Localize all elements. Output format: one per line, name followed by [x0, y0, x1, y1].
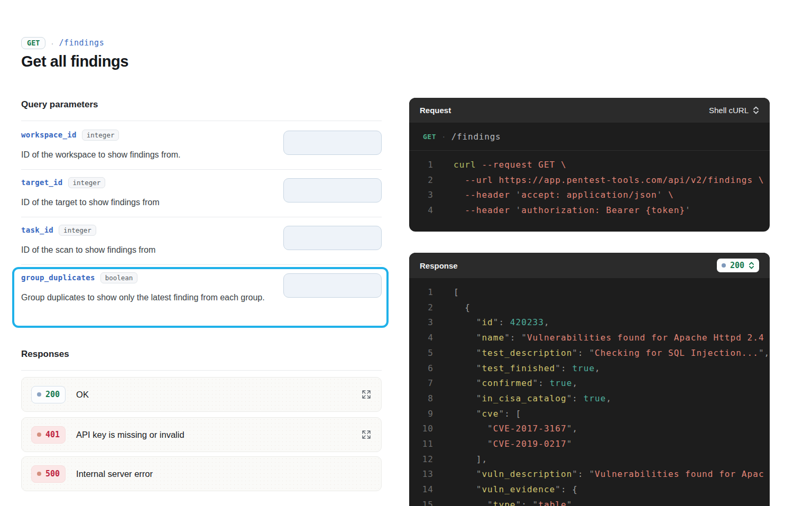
status-badge-500: 500	[31, 465, 66, 483]
response-label: OK	[76, 390, 89, 400]
response-panel-title: Response	[420, 261, 458, 270]
request-path: /findings	[451, 132, 501, 142]
param-type-badge: integer	[68, 177, 106, 188]
status-badge-200: 200	[31, 386, 66, 403]
param-type-badge: integer	[59, 225, 96, 236]
divider	[21, 121, 382, 121]
expand-icon[interactable]	[361, 429, 372, 440]
request-endpoint-row: GET · /findings	[409, 123, 770, 151]
status-dot-icon	[37, 472, 41, 476]
endpoint-separator: ·	[51, 39, 53, 48]
status-badge-401: 401	[31, 426, 66, 444]
response-card-500[interactable]: 500 Internal server error	[21, 456, 382, 491]
endpoint-header: GET · /findings	[21, 37, 104, 49]
chevron-up-down-icon	[749, 262, 754, 269]
param-row-task-id: task_id integer ID of the scan to show f…	[21, 225, 382, 264]
param-description: ID of the target to show findings from	[21, 195, 281, 210]
target-id-input[interactable]	[283, 178, 382, 203]
workspace-id-input[interactable]	[283, 131, 382, 155]
status-code: 200	[45, 390, 60, 399]
endpoint-docs-column: GET · /findings Get all findings Query p…	[21, 0, 382, 506]
response-card-200[interactable]: 200 OK	[21, 377, 382, 412]
http-method-badge: GET	[21, 37, 45, 49]
request-panel-header: Request Shell cURL	[409, 98, 770, 123]
response-panel-header: Response 200	[409, 253, 770, 278]
request-panel: Request Shell cURL GET · /findings 1curl…	[409, 98, 770, 232]
param-type-badge: integer	[82, 130, 119, 141]
status-dot-icon	[37, 392, 41, 397]
request-method: GET	[423, 133, 436, 141]
status-dot-icon	[722, 263, 726, 268]
param-description: Group duplicates to show only the latest…	[21, 290, 281, 306]
response-code-block[interactable]: 1[2 {3 "id": 420233,4 "name": "Vulnerabi…	[409, 278, 770, 506]
task-id-input[interactable]	[283, 226, 382, 250]
request-separator: ·	[442, 132, 445, 141]
param-name-group-duplicates: group_duplicates	[21, 273, 95, 282]
request-code-block[interactable]: 1curl --request GET \2 --url https://app…	[409, 151, 770, 218]
divider	[21, 370, 382, 371]
param-row-group-duplicates: group_duplicates boolean Group duplicate…	[21, 272, 382, 325]
endpoint-path: /findings	[59, 38, 104, 48]
status-code: 500	[45, 469, 60, 479]
page-title: Get all findings	[21, 53, 128, 70]
status-code: 401	[45, 430, 60, 439]
divider	[21, 217, 382, 217]
divider	[21, 264, 382, 265]
language-selector[interactable]: Shell cURL	[709, 106, 759, 115]
query-parameters-heading: Query parameters	[21, 99, 98, 110]
status-dot-icon	[37, 433, 41, 437]
expand-icon[interactable]	[361, 389, 372, 400]
response-label: Internal server error	[76, 469, 153, 479]
response-label: API key is missing or invalid	[76, 430, 184, 440]
language-selector-value: Shell cURL	[709, 106, 749, 115]
chevron-up-down-icon	[753, 106, 759, 114]
group-duplicates-input[interactable]	[283, 273, 382, 298]
param-type-badge: boolean	[100, 272, 138, 283]
param-row-workspace-id: workspace_id integer ID of the workspace…	[21, 130, 382, 169]
response-status-value: 200	[730, 261, 744, 270]
param-row-target-id: target_id integer ID of the target to sh…	[21, 177, 382, 217]
response-panel: Response 200 1[2 {3 "id": 420233,4 "name…	[409, 253, 770, 506]
param-description: ID of the workspace to show findings fro…	[21, 147, 281, 163]
param-description: ID of the scan to show findings from	[21, 242, 281, 258]
param-name-task-id: task_id	[21, 226, 53, 234]
divider	[21, 169, 382, 170]
request-panel-title: Request	[420, 106, 451, 115]
response-card-401[interactable]: 401 API key is missing or invalid	[21, 417, 382, 452]
param-name-target-id: target_id	[21, 178, 63, 187]
param-name-workspace-id: workspace_id	[21, 131, 77, 139]
response-status-selector[interactable]: 200	[717, 259, 759, 272]
api-docs-page: GET · /findings Get all findings Query p…	[0, 0, 812, 506]
responses-heading: Responses	[21, 349, 69, 360]
